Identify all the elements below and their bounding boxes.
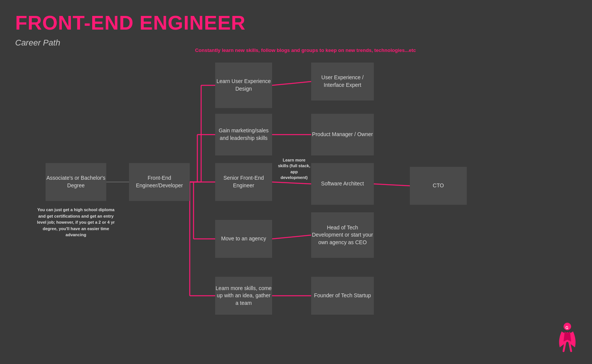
svg-text:G: G [565, 326, 568, 330]
degree-note: You can just get a high school diploma a… [36, 207, 116, 238]
top-note: Constantly learn new skills, follow blog… [182, 47, 429, 53]
learn-more-label: Learn more skills (full stack, app devel… [277, 157, 311, 181]
pm-box: Product Manager / Owner [311, 114, 374, 155]
marketing-box: Gain marketing/sales and leadership skil… [215, 114, 272, 155]
startup-learn-box: Learn more skills, come up with an idea,… [215, 277, 272, 315]
logo-container: G [554, 321, 581, 356]
degree-box: Associate's or Bachelor's Degree [46, 163, 106, 201]
page-subtitle: Career Path [15, 38, 60, 48]
founder-box: Founder of Tech Startup [311, 277, 374, 315]
agency-box: Move to an agency [215, 220, 272, 258]
page-title: FRONT-END ENGINEER [15, 11, 246, 34]
svg-line-18 [374, 184, 410, 186]
head-tech-box: Head of Tech Development or start your o… [311, 212, 374, 258]
cto-box: CTO [410, 167, 467, 205]
svg-line-15 [272, 182, 311, 184]
ux-expert-box: User Experience / Interface Expert [311, 63, 374, 100]
ux-learn-box: Learn User Experience Design [215, 63, 272, 108]
frontend-box: Front-End Engineer/Developer [129, 163, 190, 201]
senior-box: Senior Front-End Engineer [215, 163, 272, 201]
svg-line-13 [272, 82, 311, 85]
architect-box: Software Architect [311, 163, 374, 205]
logo-icon: G [554, 321, 581, 355]
svg-line-16 [272, 235, 311, 239]
